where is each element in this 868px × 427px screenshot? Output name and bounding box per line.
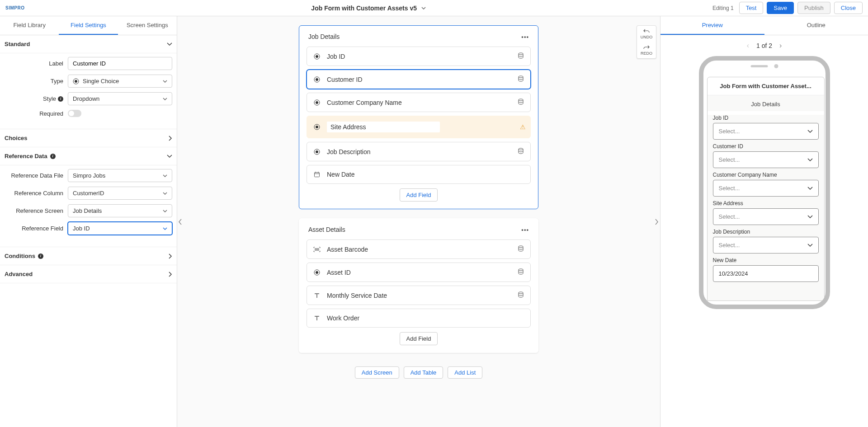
field-customer-id[interactable]: Customer ID <box>307 70 531 89</box>
tab-field-settings[interactable]: Field Settings <box>59 16 118 35</box>
add-table-button[interactable]: Add Table <box>404 366 443 379</box>
section-refdata-header[interactable]: Reference Data i <box>0 147 177 165</box>
field-job-id[interactable]: Job ID <box>307 47 531 66</box>
tab-field-library[interactable]: Field Library <box>0 16 59 35</box>
test-button[interactable]: Test <box>739 2 764 14</box>
collapse-left-handle[interactable] <box>177 213 184 231</box>
pager-text: 1 of 2 <box>756 42 772 49</box>
section-choices-title: Choices <box>5 135 28 141</box>
info-icon[interactable]: i <box>38 253 43 259</box>
field-label: Site Address <box>327 122 440 132</box>
field-work-order[interactable]: Work Order <box>307 309 531 328</box>
save-button[interactable]: Save <box>767 2 794 14</box>
database-icon <box>518 99 524 106</box>
svg-point-9 <box>316 101 318 104</box>
field-job-description[interactable]: Job Description <box>307 142 531 161</box>
field-company-name[interactable]: Customer Company Name <box>307 93 531 112</box>
undo-redo-panel: UNDO REDO <box>637 25 656 59</box>
phone-date-newdate[interactable]: 10/23/2024 <box>713 265 819 282</box>
publish-button[interactable]: Publish <box>797 2 830 14</box>
phone-label-newdate: New Date <box>713 257 819 263</box>
add-field-button[interactable]: Add Field <box>400 332 438 345</box>
phone-label-company: Customer Company Name <box>713 172 819 178</box>
ref-field-label: Reference Field <box>5 225 68 232</box>
label-label: Label <box>5 60 68 67</box>
right-tabs: Preview Outline <box>660 16 868 35</box>
svg-point-21 <box>519 292 523 294</box>
info-icon[interactable]: i <box>50 154 56 159</box>
section-standard-header[interactable]: Standard <box>0 35 177 53</box>
ref-screen-dropdown[interactable]: Job Details <box>68 204 172 217</box>
field-asset-id[interactable]: Asset ID <box>307 263 531 282</box>
section-conditions-header[interactable]: Conditions i <box>0 247 177 265</box>
asset-details-title: Asset Details <box>308 226 345 233</box>
editing-label: Editing 1 <box>712 5 734 11</box>
add-list-button[interactable]: Add List <box>448 366 482 379</box>
field-label: Job Description <box>327 148 511 155</box>
svg-point-17 <box>519 246 523 248</box>
field-asset-barcode[interactable]: Asset Barcode <box>307 239 531 259</box>
required-toggle[interactable] <box>68 110 81 117</box>
title-chevron-icon[interactable] <box>421 7 426 9</box>
phone-content[interactable]: Job Form with Customer Asset... Job Deta… <box>707 77 825 301</box>
section-refdata-title: Reference Data <box>5 153 47 160</box>
add-field-button[interactable]: Add Field <box>400 188 438 202</box>
type-dropdown[interactable]: Single Choice <box>68 75 172 88</box>
chevron-down-icon <box>163 192 167 195</box>
undo-button[interactable]: UNDO <box>637 26 656 42</box>
field-new-date[interactable]: New Date <box>307 165 531 184</box>
type-label: Type <box>5 78 68 84</box>
radio-icon <box>73 78 79 84</box>
tab-screen-settings[interactable]: Screen Settings <box>118 16 177 35</box>
svg-point-19 <box>316 271 318 274</box>
svg-point-15 <box>519 148 523 150</box>
add-screen-button[interactable]: Add Screen <box>355 366 399 379</box>
section-choices-header[interactable]: Choices <box>0 129 177 147</box>
collapse-right-handle[interactable] <box>654 213 660 231</box>
field-service-date[interactable]: Monthly Service Date <box>307 286 531 305</box>
job-details-card[interactable]: Job Details ••• Job ID Customer ID Custo… <box>299 25 538 209</box>
ref-column-value: CustomerID <box>73 190 104 197</box>
info-icon[interactable]: i <box>58 96 63 102</box>
app-header: SIMPRO Job Form with Customer Assets v5 … <box>0 0 868 16</box>
more-icon[interactable]: ••• <box>521 33 529 40</box>
more-icon[interactable]: ••• <box>521 226 529 233</box>
field-site-address[interactable]: Site Address ⚠ <box>307 116 531 138</box>
svg-point-3 <box>316 55 318 58</box>
asset-details-card[interactable]: Asset Details ••• Asset Barcode Asset ID… <box>299 218 538 353</box>
tab-preview[interactable]: Preview <box>660 16 764 35</box>
ref-column-dropdown[interactable]: CustomerID <box>68 187 172 200</box>
left-tabs: Field Library Field Settings Screen Sett… <box>0 16 177 35</box>
phone-select-company[interactable]: Select... <box>713 180 819 197</box>
pager-next[interactable]: › <box>779 42 782 50</box>
radio-icon <box>313 53 321 60</box>
svg-point-4 <box>519 53 523 55</box>
svg-point-6 <box>316 78 318 81</box>
ref-field-dropdown[interactable]: Job ID <box>68 222 172 235</box>
ref-file-dropdown[interactable]: Simpro Jobs <box>68 169 172 182</box>
redo-button[interactable]: REDO <box>637 42 656 58</box>
pager-prev[interactable]: ‹ <box>747 42 749 50</box>
close-button[interactable]: Close <box>834 2 863 14</box>
phone-select-site[interactable]: Select... <box>713 208 819 225</box>
phone-select-jobdesc[interactable]: Select... <box>713 237 819 253</box>
database-icon <box>518 52 524 60</box>
style-dropdown[interactable]: Dropdown <box>68 92 172 105</box>
header-title-area: Job Form with Customer Assets v5 <box>24 5 712 12</box>
ref-file-value: Simpro Jobs <box>73 172 105 179</box>
phone-select-jobid[interactable]: Select... <box>713 123 819 140</box>
field-label: Asset Barcode <box>327 246 511 253</box>
chevron-right-icon <box>169 136 172 141</box>
section-conditions-title: Conditions <box>5 253 35 259</box>
tab-outline[interactable]: Outline <box>764 16 868 35</box>
radio-icon <box>313 269 321 276</box>
left-sidebar: Field Library Field Settings Screen Sett… <box>0 16 177 427</box>
section-advanced-title: Advanced <box>5 271 33 277</box>
database-icon <box>518 148 524 155</box>
radio-icon <box>313 149 321 155</box>
phone-label-jobid: Job ID <box>713 115 819 121</box>
calendar-icon <box>313 171 321 178</box>
phone-select-customerid[interactable]: Select... <box>713 151 819 168</box>
label-input[interactable] <box>68 57 172 70</box>
section-advanced-header[interactable]: Advanced <box>0 265 177 283</box>
